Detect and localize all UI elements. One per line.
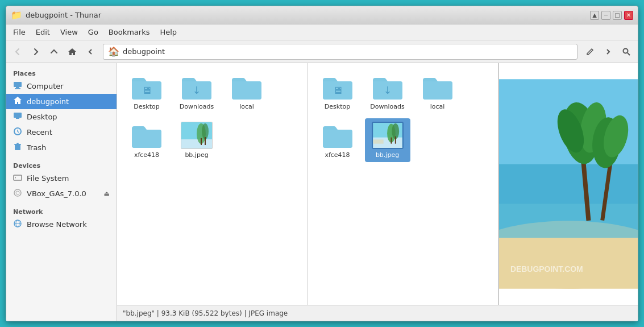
eject-icon[interactable]: ⏏ <box>104 190 110 197</box>
network-icon <box>13 219 22 230</box>
minimize-button[interactable]: ─ <box>601 11 610 20</box>
file-label: Desktop <box>134 103 159 110</box>
menu-edit[interactable]: Edit <box>31 26 55 38</box>
sidebar-label-recent: Recent <box>27 128 52 136</box>
location-text: debugpoint <box>123 47 165 56</box>
home-button[interactable] <box>64 44 80 60</box>
maximize-button[interactable]: □ <box>613 11 622 20</box>
filesystem-icon <box>13 173 22 184</box>
forward-button[interactable] <box>28 44 44 60</box>
list-item[interactable]: local <box>415 70 460 114</box>
image-thumbnail <box>181 122 213 149</box>
desktop-icon <box>13 111 22 122</box>
svg-text:DEBUGPOINT.COM: DEBUGPOINT.COM <box>510 264 583 274</box>
home-icon <box>68 47 77 56</box>
menu-file[interactable]: File <box>9 26 30 38</box>
list-item[interactable]: ↓ Downloads <box>365 70 410 114</box>
menubar: File Edit View Go Bookmarks Help <box>6 24 638 40</box>
forward-icon <box>32 48 40 56</box>
list-item[interactable]: bb.jpeg <box>174 118 219 162</box>
up-button[interactable] <box>46 44 62 60</box>
svg-rect-10 <box>16 143 19 144</box>
titlebar: 📁 debugpoint - Thunar ▲ ─ □ ✕ <box>6 6 638 24</box>
sidebar: Places Computer debugpoint Deskto <box>6 63 117 321</box>
folder-desktop-icon: 🖥 <box>131 73 163 101</box>
recent-icon <box>13 127 22 138</box>
back-icon <box>14 48 22 56</box>
svg-text:🖥: 🖥 <box>142 84 152 96</box>
main-content: Places Computer debugpoint Deskto <box>6 63 638 321</box>
folder-xfce-icon-r <box>322 122 354 149</box>
computer-icon <box>13 81 22 92</box>
search-button[interactable] <box>618 44 634 60</box>
sidebar-item-trash[interactable]: Trash <box>6 140 117 155</box>
menu-go[interactable]: Go <box>84 26 103 38</box>
svg-rect-8 <box>15 144 20 150</box>
file-label: local <box>430 103 445 110</box>
sidebar-item-desktop[interactable]: Desktop <box>6 109 117 125</box>
menu-view[interactable]: View <box>56 26 82 38</box>
sidebar-label-debugpoint: debugpoint <box>27 97 69 106</box>
svg-rect-25 <box>205 137 206 145</box>
svg-rect-32 <box>390 138 392 144</box>
status-text: "bb.jpeg" | 93.3 KiB (95,522 bytes) | JP… <box>123 309 288 317</box>
file-label: bb.jpeg <box>185 151 208 159</box>
list-item[interactable]: xfce418 <box>124 118 169 162</box>
main-window: 📁 debugpoint - Thunar ▲ ─ □ ✕ File Edit … <box>6 6 638 321</box>
folder-downloads-icon-r: ↓ <box>372 73 404 101</box>
svg-point-14 <box>16 191 19 194</box>
sidebar-item-vbox[interactable]: VBox_GAs_7.0.0 ⏏ <box>6 186 117 201</box>
svg-rect-34 <box>373 139 383 143</box>
sidebar-label-browse-network: Browse Network <box>27 220 87 229</box>
sidebar-item-browse-network[interactable]: Browse Network <box>6 217 117 232</box>
sidebar-item-computer[interactable]: Computer <box>6 78 117 94</box>
sidebar-item-debugpoint[interactable]: debugpoint <box>6 94 117 109</box>
file-label: bb.jpeg <box>376 151 399 159</box>
left-file-grid: 🖥 Desktop ↓ Downloads <box>117 63 308 305</box>
prev-pane-button[interactable] <box>82 44 98 60</box>
back-button[interactable] <box>10 44 26 60</box>
file-label: xfce418 <box>325 151 350 159</box>
list-item[interactable]: ↓ Downloads <box>174 70 219 114</box>
close-button[interactable]: ✕ <box>624 11 633 20</box>
titlebar-buttons: ▲ ─ □ ✕ <box>590 11 633 20</box>
list-item[interactable]: 🖥 Desktop <box>315 70 360 114</box>
folder-local-icon <box>231 73 263 101</box>
trash-icon <box>13 142 22 153</box>
titlebar-left: 📁 debugpoint - Thunar <box>11 10 101 20</box>
next-icon <box>605 48 612 55</box>
location-bar[interactable]: 🏠 debugpoint <box>103 44 577 60</box>
places-section-title: Places <box>6 68 117 78</box>
svg-rect-38 <box>499 238 638 289</box>
devices-section-title: Devices <box>6 160 117 171</box>
svg-point-13 <box>14 189 21 196</box>
svg-rect-24 <box>201 138 202 145</box>
menu-help[interactable]: Help <box>155 26 181 38</box>
svg-rect-39 <box>499 204 638 238</box>
maximize-up-button[interactable]: ▲ <box>590 11 599 20</box>
svg-rect-33 <box>394 136 396 144</box>
list-item[interactable]: xfce418 <box>315 118 360 162</box>
location-folder-icon: 🏠 <box>108 46 119 57</box>
list-item[interactable]: 🖥 Desktop <box>124 70 169 114</box>
list-item[interactable]: bb.jpeg <box>365 118 410 162</box>
sidebar-item-recent[interactable]: Recent <box>6 125 117 140</box>
sidebar-item-filesystem[interactable]: File System <box>6 171 117 186</box>
list-item[interactable]: local <box>224 70 269 114</box>
svg-rect-21 <box>181 139 213 149</box>
folder-xfce-icon <box>131 122 163 149</box>
up-icon <box>50 48 58 56</box>
edit-icon <box>586 48 594 56</box>
svg-point-0 <box>624 48 628 53</box>
preview-image: DEBUGPOINT.COM <box>499 63 638 305</box>
edit-location-button[interactable] <box>582 44 598 60</box>
svg-rect-5 <box>14 113 22 118</box>
network-section-title: Network <box>6 206 117 217</box>
image-thumbnail-selected <box>372 122 404 149</box>
next-pane-button[interactable] <box>600 44 616 60</box>
svg-rect-9 <box>14 144 21 145</box>
pane-container: 🖥 Desktop ↓ Downloads <box>117 63 638 305</box>
sidebar-label-vbox: VBox_GAs_7.0.0 <box>27 189 86 198</box>
folder-local-icon-r <box>422 73 454 101</box>
menu-bookmarks[interactable]: Bookmarks <box>104 26 155 38</box>
